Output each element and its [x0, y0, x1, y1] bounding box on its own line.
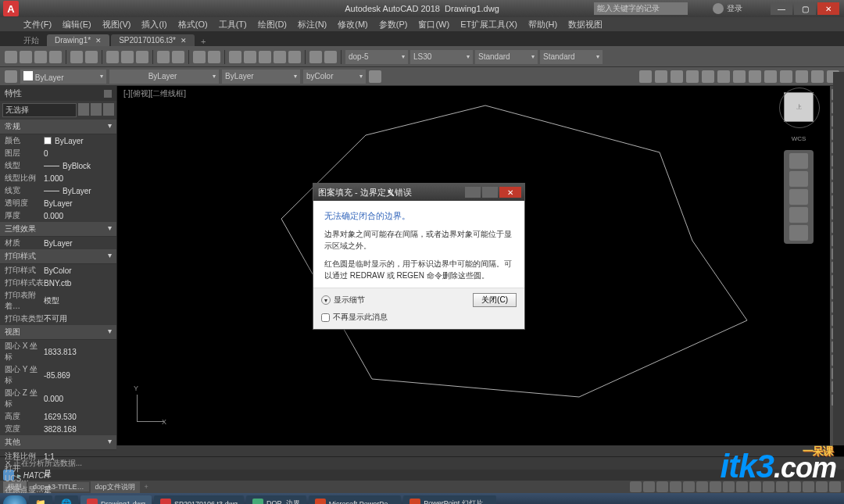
help-search-input[interactable]: 能入关键字的记录: [594, 2, 688, 15]
tool-icon[interactable]: [309, 51, 322, 63]
color-dropdown[interactable]: ByLayer▾: [20, 70, 106, 84]
close-icon[interactable]: ✕: [181, 37, 187, 45]
pan-icon[interactable]: [789, 171, 808, 187]
preview-icon[interactable]: [85, 51, 98, 63]
tool-icon[interactable]: [780, 70, 792, 83]
close-button[interactable]: ✕: [817, 2, 839, 15]
tool-icon[interactable]: [733, 70, 746, 83]
dont-show-checkbox[interactable]: [321, 313, 330, 322]
maximize-button[interactable]: ▢: [794, 2, 816, 15]
login-area[interactable]: 登录: [713, 3, 742, 14]
menu-item[interactable]: 修改(M): [338, 19, 368, 30]
doc-tab[interactable]: Drawing1*✕: [47, 34, 109, 46]
options-icon[interactable]: [104, 90, 112, 98]
menu-item[interactable]: 视图(V): [102, 19, 131, 30]
steeringwheel-icon[interactable]: [789, 153, 808, 169]
menu-item[interactable]: ET扩展工具(X): [460, 19, 517, 30]
close-icon[interactable]: ✕: [95, 37, 102, 45]
horizontal-scrollbar[interactable]: [0, 445, 833, 456]
showmotion-icon[interactable]: [789, 225, 808, 241]
status-icon[interactable]: [670, 481, 681, 492]
prop-value[interactable]: ByLayer: [44, 238, 112, 248]
prop-value[interactable]: 0: [44, 148, 112, 159]
taskbar-app[interactable]: Drawing1.dwg: [80, 495, 152, 505]
tool-icon[interactable]: [686, 70, 699, 83]
prop-value[interactable]: 1833.813: [44, 341, 112, 363]
prop-value[interactable]: -85.869: [44, 364, 112, 386]
taskbar-app[interactable]: PowerPoint 幻灯片…: [403, 495, 496, 505]
status-icon[interactable]: [643, 481, 655, 492]
dialog-max-button[interactable]: [482, 187, 498, 198]
selection-dropdown[interactable]: 无选择: [2, 103, 77, 117]
tool-icon[interactable]: [229, 51, 241, 63]
prop-value[interactable]: BNY.ctb: [44, 277, 112, 288]
tool-icon[interactable]: [324, 51, 337, 63]
prop-value[interactable]: ByLayer: [44, 185, 112, 196]
linetype-dropdown[interactable]: LS30▾: [410, 50, 473, 64]
standard-dropdown[interactable]: Standard▾: [475, 50, 538, 64]
pickadd-icon[interactable]: [78, 103, 89, 116]
quickselect-icon[interactable]: [103, 103, 114, 116]
tool-icon[interactable]: [288, 51, 301, 63]
saveas-icon[interactable]: [49, 51, 62, 63]
status-icon[interactable]: [656, 481, 668, 492]
pinned-app[interactable]: 📁: [29, 495, 52, 505]
prop-value[interactable]: 0.000: [44, 210, 112, 221]
menu-item[interactable]: 参数(P): [379, 19, 408, 30]
menu-item[interactable]: 帮助(H): [528, 19, 557, 30]
prop-value[interactable]: 模型: [44, 290, 112, 312]
taskbar-app[interactable]: SP20170106.t3.dwg: [154, 495, 244, 505]
taskbar-app[interactable]: DOP_边界: [246, 495, 306, 505]
tool-icon[interactable]: [717, 70, 730, 83]
taskbar-app[interactable]: Microsoft PowerPo…: [309, 495, 402, 505]
lineweight-dropdown[interactable]: ByLayer▾: [222, 70, 300, 84]
tool-icon[interactable]: [749, 70, 761, 83]
cut-icon[interactable]: [106, 51, 119, 63]
menu-item[interactable]: 绘图(D): [258, 19, 287, 30]
tool-icon[interactable]: [274, 51, 286, 63]
dialog-close-button[interactable]: ✕: [499, 187, 521, 198]
layer-props-icon[interactable]: [5, 70, 17, 83]
save-icon[interactable]: [34, 51, 47, 63]
status-icon[interactable]: [683, 481, 695, 492]
tool-icon[interactable]: [244, 51, 256, 63]
command-input[interactable]: [23, 471, 841, 480]
pinned-app[interactable]: 🌐: [55, 495, 78, 505]
menu-item[interactable]: 文件(F): [23, 19, 52, 30]
section-header[interactable]: 打印样式▾: [0, 249, 116, 264]
section-header[interactable]: 常规▾: [0, 120, 116, 134]
menu-item[interactable]: 标注(N): [298, 19, 327, 30]
menu-item[interactable]: 格式(O): [178, 19, 208, 30]
tool-icon[interactable]: [796, 70, 808, 83]
undo-icon[interactable]: [157, 51, 170, 63]
dialog-min-button[interactable]: [465, 187, 481, 198]
prop-value[interactable]: 不可用: [44, 313, 112, 324]
prop-value[interactable]: 1629.530: [44, 411, 112, 422]
viewcube[interactable]: 上: [784, 92, 814, 122]
prop-value[interactable]: 1:1: [44, 451, 112, 462]
copy-icon[interactable]: [121, 51, 134, 63]
start-tab-label[interactable]: 开始: [23, 35, 39, 46]
orbit-icon[interactable]: [789, 207, 808, 223]
zoom-icon[interactable]: [789, 189, 808, 205]
tool-icon[interactable]: [764, 70, 777, 83]
start-button[interactable]: [3, 495, 27, 505]
new-icon[interactable]: [5, 51, 17, 63]
status-icon[interactable]: [696, 481, 708, 492]
show-details-toggle[interactable]: ▾显示细节: [321, 295, 365, 306]
prop-value[interactable]: ByColor: [44, 265, 112, 276]
section-header[interactable]: 三维效果▾: [0, 222, 116, 237]
menu-item[interactable]: 窗口(W): [418, 19, 449, 30]
prop-value[interactable]: 1.000: [44, 173, 112, 184]
standard-dropdown[interactable]: Standard▾: [540, 50, 603, 64]
tool-icon[interactable]: [702, 70, 714, 83]
hatch-style-dropdown[interactable]: dop-5▾: [345, 50, 408, 64]
doc-tab[interactable]: SP20170106.t3*✕: [111, 34, 195, 46]
section-header[interactable]: 视图▾: [0, 325, 116, 340]
tool-icon[interactable]: [671, 70, 683, 83]
pan-icon[interactable]: [193, 51, 206, 63]
tool-icon[interactable]: [811, 70, 824, 83]
prop-value[interactable]: ByLayer: [44, 135, 112, 146]
add-layout-button[interactable]: +: [141, 483, 152, 491]
dialog-titlebar[interactable]: 图案填充 - 边界定义错误 ✕: [313, 184, 524, 201]
